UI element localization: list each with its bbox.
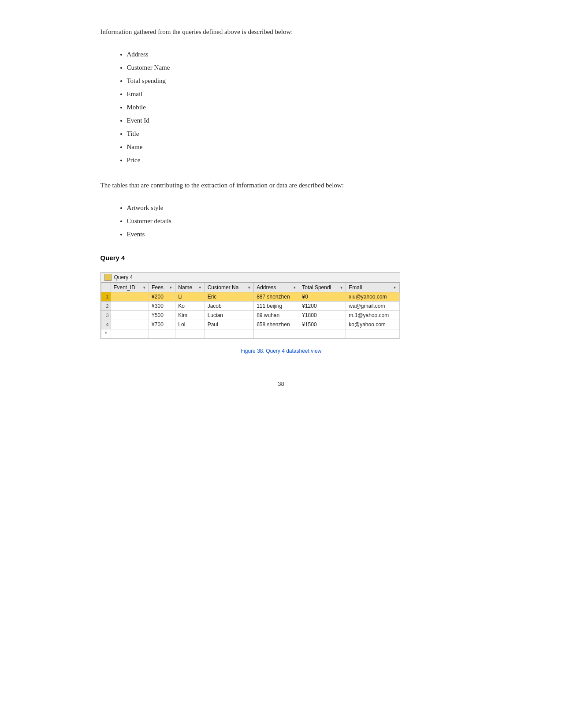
table-row[interactable]: 1¥200LiEric887 shenzhen¥0xiu@yahoo.com (101, 292, 399, 302)
email-cell: xiu@yahoo.com (346, 292, 399, 302)
new-record-cell (205, 329, 253, 339)
new-record-row[interactable]: * (101, 329, 399, 339)
col-fees-label: Fees (152, 284, 164, 291)
row-selector: 1 (101, 292, 111, 302)
total-spending-cell: ¥0 (299, 292, 346, 302)
list-item: Event Id (127, 114, 462, 127)
row-selector: 3 (101, 311, 111, 320)
address-cell: 111 beijing (254, 302, 299, 311)
col-name-arrow[interactable]: ▼ (198, 286, 202, 290)
col-email-arrow[interactable]: ▼ (393, 286, 397, 290)
row-selector: 2 (101, 302, 111, 311)
col-event-id-arrow[interactable]: ▼ (142, 286, 146, 290)
col-total-spending: Total Spendi ▼ (299, 283, 346, 292)
list-item: Total spending (127, 74, 462, 87)
figure-caption: Figure 38: Query 4 datasheet view (100, 348, 462, 354)
list-item: Customer Name (127, 61, 462, 74)
event-id-cell (111, 320, 149, 329)
event-id-cell (111, 311, 149, 320)
table-row[interactable]: 2¥300KoJacob111 beijing¥1200wa@gmail.com (101, 302, 399, 311)
col-fees-arrow[interactable]: ▼ (169, 286, 172, 290)
col-event-id-label: Event_ID (114, 284, 135, 291)
customer-name-cell: Eric (205, 292, 253, 302)
new-record-cell (254, 329, 299, 339)
col-event-id: Event_ID ▼ (111, 283, 149, 292)
query4-table-wrapper: Query 4 Event_ID ▼ Fe (100, 272, 462, 344)
customer-name-cell: Jacob (205, 302, 253, 311)
total-spending-cell: ¥1800 (299, 311, 346, 320)
new-record-cell (346, 329, 399, 339)
tab-title: Query 4 (114, 274, 133, 280)
list-item: Email (127, 87, 462, 101)
customer-name-cell: Lucian (205, 311, 253, 320)
name-cell: Kim (175, 311, 205, 320)
name-cell: Loi (175, 320, 205, 329)
col-customer-name: Customer Na ▼ (205, 283, 253, 292)
tables-list: Artwork styleCustomer detailsEvents (127, 201, 462, 241)
email-cell: m.1@yahoo.com (346, 311, 399, 320)
col-total-spending-label: Total Spendi (302, 284, 331, 291)
list-item: Artwork style (127, 201, 462, 214)
address-cell: 89 wuhan (254, 311, 299, 320)
customer-name-cell: Paul (205, 320, 253, 329)
event-id-cell (111, 302, 149, 311)
col-selector (101, 283, 111, 292)
page-number: 38 (100, 381, 462, 387)
list-item: Address (127, 48, 462, 61)
total-spending-cell: ¥1500 (299, 320, 346, 329)
new-record-cell (299, 329, 346, 339)
email-cell: ko@yahoo.com (346, 320, 399, 329)
fees-cell: ¥300 (149, 302, 175, 311)
col-customer-name-label: Customer Na (208, 284, 239, 291)
col-email-label: Email (349, 284, 362, 291)
query4-heading: Query 4 (100, 254, 462, 261)
page: Information gathered from the queries de… (92, 0, 471, 422)
col-address: Address ▼ (254, 283, 299, 292)
access-title-bar: Query 4 (101, 273, 400, 283)
table-header: Event_ID ▼ Fees ▼ Name (101, 283, 399, 292)
name-cell: Li (175, 292, 205, 302)
table-row[interactable]: 4¥700LoiPaul658 shenzhen¥1500ko@yahoo.co… (101, 320, 399, 329)
list-item: Name (127, 140, 462, 153)
row-selector: 4 (101, 320, 111, 329)
list-item: Customer details (127, 214, 462, 228)
intro-text: Information gathered from the queries de… (100, 26, 462, 37)
col-name-label: Name (178, 284, 192, 291)
col-fees: Fees ▼ (149, 283, 175, 292)
total-spending-cell: ¥1200 (299, 302, 346, 311)
access-container: Query 4 Event_ID ▼ Fe (100, 272, 400, 339)
fees-cell: ¥700 (149, 320, 175, 329)
table-row[interactable]: 3¥500KimLucian89 wuhan¥1800m.1@yahoo.com (101, 311, 399, 320)
col-name: Name ▼ (175, 283, 205, 292)
header-row: Event_ID ▼ Fees ▼ Name (101, 283, 399, 292)
tab-icon (104, 274, 112, 281)
new-record-indicator: * (101, 329, 111, 339)
query4-table: Event_ID ▼ Fees ▼ Name (101, 283, 400, 339)
address-cell: 658 shenzhen (254, 320, 299, 329)
list-item: Mobile (127, 101, 462, 114)
address-cell: 887 shenzhen (254, 292, 299, 302)
fees-cell: ¥500 (149, 311, 175, 320)
list-item: Title (127, 127, 462, 140)
email-cell: wa@gmail.com (346, 302, 399, 311)
new-record-cell (111, 329, 149, 339)
fields-list: AddressCustomer NameTotal spendingEmailM… (127, 48, 462, 167)
new-record-cell (149, 329, 175, 339)
col-address-label: Address (257, 284, 276, 291)
list-item: Price (127, 153, 462, 167)
col-customer-name-arrow[interactable]: ▼ (247, 286, 251, 290)
col-total-spending-arrow[interactable]: ▼ (339, 286, 343, 290)
fees-cell: ¥200 (149, 292, 175, 302)
name-cell: Ko (175, 302, 205, 311)
new-record-cell (175, 329, 205, 339)
col-email: Email ▼ (346, 283, 399, 292)
list-item: Events (127, 228, 462, 241)
col-address-arrow[interactable]: ▼ (293, 286, 296, 290)
tables-intro-text: The tables that are contributing to the … (100, 180, 462, 190)
table-body: 1¥200LiEric887 shenzhen¥0xiu@yahoo.com2¥… (101, 292, 399, 339)
event-id-cell (111, 292, 149, 302)
